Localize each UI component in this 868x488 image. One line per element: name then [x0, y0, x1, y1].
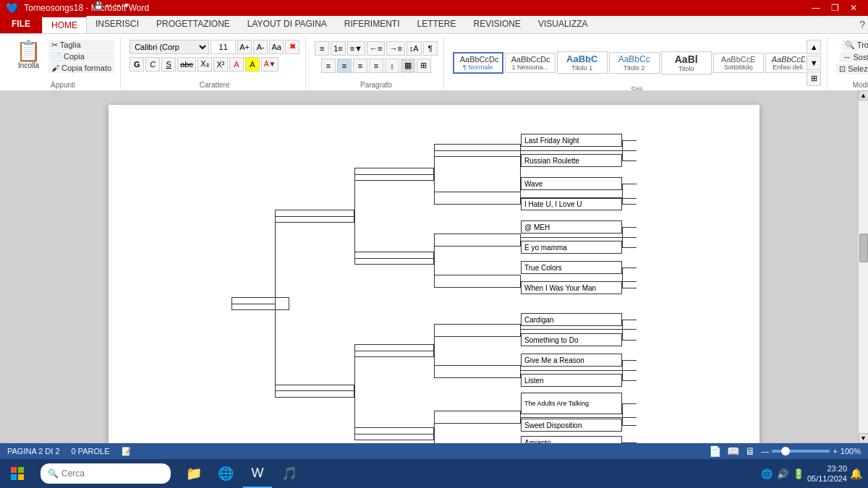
multilevel-button[interactable]: ≡▼: [347, 41, 365, 56]
scroll-up-button[interactable]: ▲: [859, 90, 869, 100]
system-clock[interactable]: 23:20 05/11/2024: [807, 463, 847, 484]
taskbar-spotify[interactable]: 🎵: [275, 459, 304, 488]
paste-button[interactable]: 📋 Incolla: [12, 40, 46, 71]
style-sottotitolo[interactable]: AaBbCcE Sottotitolo: [713, 53, 764, 73]
notification-icon[interactable]: 🔔: [850, 468, 862, 479]
minimize-button[interactable]: —: [807, 1, 825, 14]
help-button[interactable]: ?: [859, 19, 865, 30]
r2-r3-h1: [354, 174, 434, 175]
line-7b: [622, 425, 637, 426]
style-enfasi[interactable]: AaBbCcDc Enfasi deli...: [765, 53, 805, 73]
tab-inserisci[interactable]: INSERISCI: [87, 16, 148, 33]
superscript-button[interactable]: X²: [213, 57, 228, 72]
styles-scroll-up[interactable]: ▲: [807, 40, 821, 54]
borders-button[interactable]: ⊞: [417, 59, 431, 73]
bold-button[interactable]: G: [129, 57, 144, 72]
qa-undo[interactable]: ↩: [106, 1, 111, 9]
search-input[interactable]: [61, 468, 156, 479]
taskbar: 🔍 📁 🌐 W 🎵 🌐 🔊 🔋 23:20 05/11/2024 🔔: [0, 459, 868, 488]
cut-button[interactable]: ✂ Taglia: [48, 40, 114, 51]
strikethrough-button[interactable]: abc: [177, 57, 196, 72]
tab-revisione[interactable]: REVISIONE: [465, 16, 529, 33]
copy-button[interactable]: 📄 Copia: [48, 51, 114, 62]
italic-button[interactable]: C: [145, 57, 160, 72]
style-titolo1[interactable]: AaBbC Titolo 1: [557, 51, 608, 74]
final-h: [231, 304, 275, 304]
view-reading[interactable]: 📖: [727, 445, 739, 457]
subscript-button[interactable]: X₂: [197, 57, 212, 72]
line-spacing-button[interactable]: ↕: [385, 59, 399, 73]
r1-r2-h7: [521, 417, 637, 418]
highlight-button[interactable]: A: [245, 57, 260, 72]
font-size-input[interactable]: [210, 40, 236, 54]
styles-scroll-down[interactable]: ▼: [807, 56, 821, 70]
tab-visualizza[interactable]: VISUALIZZA: [529, 16, 597, 33]
qa-custom[interactable]: ▼: [123, 1, 130, 9]
numbering-button[interactable]: 1≡: [331, 41, 346, 56]
battery-icon[interactable]: 🔋: [793, 468, 804, 479]
underline-button[interactable]: S: [161, 57, 176, 72]
show-formatting-button[interactable]: ¶: [423, 41, 438, 56]
taskbar-explorer[interactable]: 📁: [179, 459, 208, 488]
change-case-button[interactable]: Aa: [269, 40, 284, 54]
maximize-button[interactable]: ❐: [826, 1, 843, 14]
paragrafo-group: ≡ 1≡ ≡▼ ←≡ →≡ ↕A ¶ ≡ ≡ ≡ ≡ ↕ ▦ ⊞ Paragra…: [309, 37, 444, 89]
align-right-button[interactable]: ≡: [353, 59, 367, 73]
replace-button[interactable]: ↔ Sostituisci: [840, 52, 868, 62]
qa-save[interactable]: 💾: [94, 1, 103, 9]
scroll-down-button[interactable]: ▼: [859, 433, 869, 443]
shading-button[interactable]: ▦: [401, 59, 415, 73]
decrease-indent-button[interactable]: ←≡: [367, 41, 385, 56]
taskbar-word[interactable]: W: [243, 459, 272, 488]
song-3: Wave: [521, 177, 622, 190]
format-copy-button[interactable]: 🖌 Copia formato: [48, 63, 114, 73]
qa-redo[interactable]: ↪: [114, 1, 120, 9]
style-nessuna[interactable]: AaBbCcDc 1 Nessuna...: [505, 53, 556, 73]
sort-button[interactable]: ↕A: [407, 41, 422, 56]
r2-v1: [520, 150, 521, 194]
quick-access: 💾 ↩ ↪ ▼: [94, 1, 130, 9]
clear-format-button[interactable]: ✖: [285, 40, 299, 54]
scroll-thumb[interactable]: [859, 234, 868, 262]
tab-file[interactable]: FILE: [0, 16, 42, 33]
volume-icon[interactable]: 🔊: [777, 468, 788, 479]
view-normal[interactable]: 📄: [709, 445, 721, 457]
network-icon[interactable]: 🌐: [761, 468, 773, 479]
select-button[interactable]: ⊡ Seleziona ▼: [836, 64, 868, 74]
ribbon-content: 📋 Incolla ✂ Taglia 📄 Copia 🖌 Copia forma…: [0, 34, 868, 92]
tab-home[interactable]: HOME: [42, 16, 87, 33]
zoom-level[interactable]: 100%: [841, 447, 861, 455]
zoom-slider[interactable]: [772, 450, 830, 453]
proofing-icon[interactable]: 📝: [122, 447, 132, 456]
font-color-button[interactable]: A: [229, 57, 244, 72]
align-center-button[interactable]: ≡: [337, 59, 352, 73]
font-shrink-button[interactable]: A-: [253, 40, 268, 54]
font-name-select[interactable]: Calibri (Corp: [129, 40, 209, 54]
align-left-button[interactable]: ≡: [321, 59, 336, 73]
tab-progettazione[interactable]: PROGETTAZIONE: [148, 16, 239, 33]
text-color-button[interactable]: A▼: [261, 57, 279, 72]
style-normale[interactable]: AaBbCcDc ¶ Normale: [453, 52, 503, 74]
style-titolo2[interactable]: AaBbCc Titolo 2: [609, 52, 660, 74]
tab-lettere[interactable]: LETTERE: [409, 16, 465, 33]
find-button[interactable]: 🔍 Trova ▼: [842, 40, 868, 51]
tab-riferimenti[interactable]: RIFERIMENTI: [336, 16, 409, 33]
style-titolo[interactable]: AaBl Titolo: [661, 51, 712, 74]
song-14: Sweet Disposition: [521, 419, 622, 432]
taskbar-chrome[interactable]: 🌐: [211, 459, 240, 488]
view-layout[interactable]: 🖥: [745, 445, 755, 457]
taskbar-search[interactable]: 🔍: [41, 463, 171, 484]
r1-r2-h4: [521, 281, 637, 282]
font-grow-button[interactable]: A+: [237, 40, 252, 54]
styles-expand[interactable]: ⊞: [807, 72, 821, 86]
justify-button[interactable]: ≡: [369, 59, 383, 73]
tab-layout[interactable]: LAYOUT DI PAGINA: [239, 16, 336, 33]
line-6a: [622, 360, 637, 361]
close-button[interactable]: ✕: [845, 1, 862, 14]
scroll-track: [859, 100, 869, 433]
increase-indent-button[interactable]: →≡: [386, 41, 404, 56]
status-bar: PAGINA 2 DI 2 0 PAROLE 📝 📄 📖 🖥 — + 100%: [0, 443, 868, 459]
start-button[interactable]: [0, 459, 35, 488]
bullets-button[interactable]: ≡: [315, 41, 329, 56]
r4-v1: [354, 174, 355, 261]
